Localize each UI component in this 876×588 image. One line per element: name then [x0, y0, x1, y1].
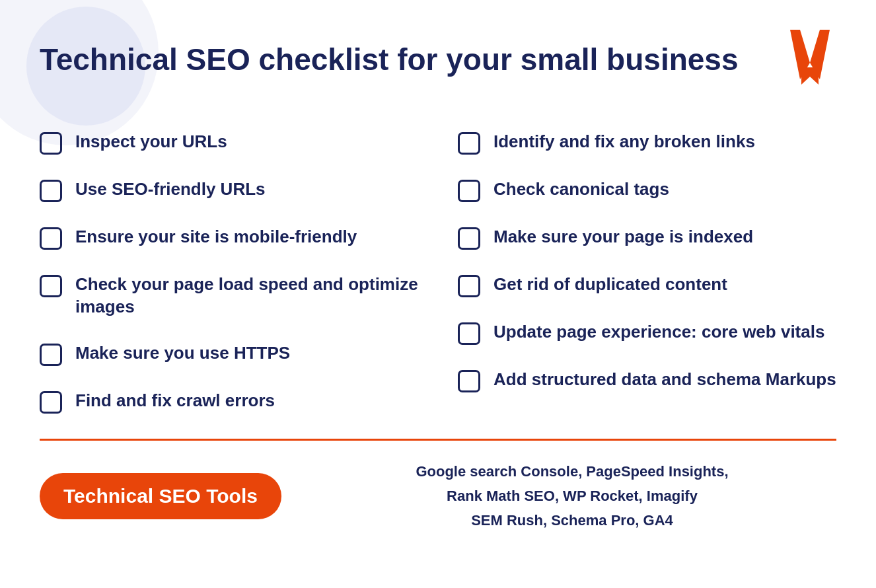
checklist-item-4: Check your page load speed and optimize …: [40, 262, 418, 330]
tools-line-1: Google search Console, PageSpeed Insight…: [416, 463, 728, 480]
checklist-item-6: Find and fix crawl errors: [40, 378, 418, 425]
checklist-item-7: Identify and fix any broken links: [458, 119, 836, 166]
checkbox-10[interactable]: [458, 275, 480, 297]
checkbox-1[interactable]: [40, 132, 62, 155]
item-text-11: Update page experience: core web vitals: [493, 321, 824, 344]
checklist-column-2: Identify and fix any broken links Check …: [458, 119, 836, 425]
checklist-item-11: Update page experience: core web vitals: [458, 309, 836, 357]
logo-container: [784, 26, 836, 92]
checkbox-3[interactable]: [40, 227, 62, 250]
checklist-item-2: Use SEO-friendly URLs: [40, 166, 418, 214]
w-logo-icon: [787, 26, 833, 86]
item-text-5: Make sure you use HTTPS: [75, 342, 290, 365]
checklist-column-1: Inspect your URLs Use SEO-friendly URLs …: [40, 119, 418, 425]
checkbox-8[interactable]: [458, 180, 480, 202]
item-text-4: Check your page load speed and optimize …: [75, 274, 418, 318]
item-text-10: Get rid of duplicated content: [493, 274, 727, 296]
content-area: Inspect your URLs Use SEO-friendly URLs …: [40, 119, 836, 425]
checkbox-2[interactable]: [40, 180, 62, 202]
footer: Technical SEO Tools Google search Consol…: [40, 441, 836, 546]
item-text-12: Add structured data and schema Markups: [493, 369, 836, 391]
checkbox-7[interactable]: [458, 132, 480, 155]
checklist-item-5: Make sure you use HTTPS: [40, 330, 418, 378]
checklist-item-10: Get rid of duplicated content: [458, 262, 836, 309]
checkbox-12[interactable]: [458, 370, 480, 392]
item-text-7: Identify and fix any broken links: [493, 131, 755, 153]
svg-marker-1: [801, 67, 819, 85]
checklist-item-12: Add structured data and schema Markups: [458, 357, 836, 404]
checklist-item-8: Check canonical tags: [458, 166, 836, 214]
checkbox-9[interactable]: [458, 227, 480, 250]
item-text-9: Make sure your page is indexed: [493, 226, 753, 248]
tools-list: Google search Console, PageSpeed Insight…: [308, 459, 836, 533]
page-container: Technical SEO checklist for your small b…: [0, 0, 876, 588]
checkbox-4[interactable]: [40, 275, 62, 297]
checkbox-5[interactable]: [40, 344, 62, 366]
checklist-item-1: Inspect your URLs: [40, 119, 418, 166]
item-text-1: Inspect your URLs: [75, 131, 227, 153]
item-text-8: Check canonical tags: [493, 178, 669, 201]
checklist-item-9: Make sure your page is indexed: [458, 214, 836, 262]
item-text-6: Find and fix crawl errors: [75, 390, 275, 412]
page-title: Technical SEO checklist for your small b…: [40, 42, 784, 77]
checkbox-11[interactable]: [458, 322, 480, 345]
tools-line-2: Rank Math SEO, WP Rocket, Imagify: [447, 488, 698, 504]
item-text-3: Ensure your site is mobile-friendly: [75, 226, 357, 248]
checklist-item-3: Ensure your site is mobile-friendly: [40, 214, 418, 262]
header: Technical SEO checklist for your small b…: [40, 26, 836, 92]
checkbox-6[interactable]: [40, 391, 62, 414]
tools-line-3: SEM Rush, Schema Pro, GA4: [471, 512, 673, 529]
tools-badge: Technical SEO Tools: [40, 473, 281, 519]
item-text-2: Use SEO-friendly URLs: [75, 178, 266, 201]
